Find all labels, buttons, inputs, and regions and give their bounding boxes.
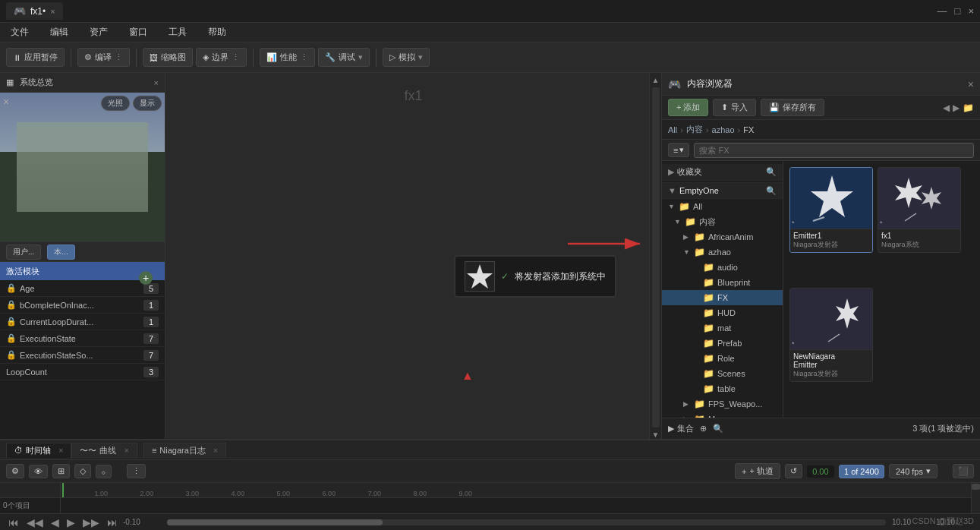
tree-role[interactable]: 📁 Role — [662, 351, 783, 366]
viewport-close[interactable]: × — [3, 96, 9, 108]
nav-last-btn[interactable]: ⏭ — [105, 516, 120, 528]
tl-marker-btn[interactable]: ⬦ — [96, 465, 112, 478]
asset-grid[interactable]: * Emitter1 Niagara发射器 — [783, 161, 980, 418]
add-collection-btn[interactable]: ⊕ — [700, 424, 707, 434]
add-track-btn[interactable]: + + 轨道 — [735, 463, 780, 479]
row-value-bcomplete[interactable]: 1 — [143, 300, 159, 311]
menu-help[interactable]: 帮助 — [203, 24, 231, 40]
tree-africananim[interactable]: ▶ 📁 AfricanAnim — [662, 229, 783, 244]
tree-hud[interactable]: 📁 HUD — [662, 305, 783, 320]
tree-fx[interactable]: 📁 FX — [662, 290, 783, 305]
sep-3: › — [738, 125, 741, 134]
minimize-btn[interactable]: — — [937, 5, 947, 17]
nav-prev-prev-btn[interactable]: ◀◀ — [24, 516, 46, 528]
tab-local[interactable]: 本... — [47, 244, 74, 260]
tl-export-btn[interactable]: ⬛ — [953, 464, 974, 478]
nav-next-btn[interactable]: ▶▶ — [80, 516, 102, 528]
tree-azhao[interactable]: ▼ 📁 azhao — [662, 244, 783, 260]
menu-asset[interactable]: 资产 — [85, 24, 112, 40]
tl-more-btn[interactable]: ⋮ — [127, 464, 146, 478]
nav-first-btn[interactable]: ⏮ — [6, 516, 21, 528]
nav-play-btn[interactable]: ▶ — [65, 516, 77, 528]
tree-all[interactable]: ▼ 📁 All — [662, 199, 783, 214]
app-tab[interactable]: 🎮 fx1• × — [6, 2, 63, 20]
timeline-scrollbar-v[interactable] — [971, 483, 980, 513]
collection-toggle[interactable]: ▶ 集合 — [668, 423, 694, 434]
sim-btn[interactable]: ▷ 模拟 ▾ — [383, 48, 430, 67]
niagara-log-tab-close[interactable]: × — [213, 446, 218, 455]
tab-curves[interactable]: 〜〜 曲线 × — [71, 443, 137, 458]
tl-loop-btn[interactable]: ↺ — [785, 464, 802, 478]
filter-btn[interactable]: ≡ ▾ — [668, 143, 689, 157]
tree-table[interactable]: 📁 table — [662, 381, 783, 396]
pause-btn[interactable]: ⏸ 应用暂停 — [6, 48, 65, 67]
row-value-currentloop[interactable]: 1 — [143, 317, 159, 327]
curves-tab-close[interactable]: × — [124, 446, 128, 455]
system-overview-close[interactable]: × — [154, 78, 159, 87]
close-btn[interactable]: × — [968, 5, 974, 17]
breadcrumb-all[interactable]: All — [668, 125, 677, 134]
tree-blueprint[interactable]: 📁 Blueprint — [662, 275, 783, 290]
search-collection-btn[interactable]: 🔍 — [713, 424, 723, 434]
tl-eye-btn[interactable]: 👁 — [29, 465, 48, 478]
tree-prefab[interactable]: 📁 Prefab — [662, 336, 783, 351]
fps-selector[interactable]: 240 fps ▾ — [889, 464, 937, 478]
tab-niagara-log[interactable]: ≡ Niagara日志 × — [143, 443, 226, 458]
tl-settings-btn[interactable]: ⚙ — [6, 464, 24, 478]
asset-newniagara[interactable]: * NewNiagaraEmitter Niagara发射器 — [789, 288, 873, 382]
tree-audio[interactable]: 📁 audio — [662, 260, 783, 275]
tree-megascans[interactable]: ▶ 📁 Megascans — [662, 412, 783, 418]
debug-btn[interactable]: 🔧 调试 ▾ — [318, 48, 370, 67]
tl-snap-btn[interactable]: ⊞ — [52, 464, 70, 478]
breadcrumb-azhao[interactable]: azhao — [712, 125, 735, 134]
canvas-scrollbar-v[interactable]: ▲ ▼ — [649, 73, 661, 439]
tree-scenes[interactable]: 📁 Scenes — [662, 366, 783, 381]
favorites-header[interactable]: ▶ 收藏夹 🔍 — [662, 164, 783, 181]
menu-window[interactable]: 窗口 — [124, 24, 152, 40]
frame-display[interactable]: 1 of 2400 — [839, 465, 884, 478]
tl-key-btn[interactable]: ◇ — [74, 464, 91, 478]
folder-tree[interactable]: ▶ 收藏夹 🔍 ▼ EmptyOne 🔍 ▼ 📁 All ▼ 📁 — [662, 161, 783, 418]
nav-prev-btn[interactable]: ◀ — [49, 516, 61, 528]
add-module-btn[interactable]: + — [139, 271, 153, 285]
project-search-icon[interactable]: 🔍 — [766, 186, 777, 196]
canvas-area[interactable]: fx1 ✓ 将发射器添加到系统中 — [165, 73, 661, 439]
timeline-scrollbar-h[interactable] — [167, 519, 886, 525]
timeline-tab-close[interactable]: × — [58, 446, 63, 455]
scroll-up-btn[interactable]: ▲ — [652, 76, 660, 84]
asset-emitter1[interactable]: * Emitter1 Niagara发射器 — [789, 167, 873, 253]
menu-edit[interactable]: 编辑 — [46, 24, 73, 40]
maximize-btn[interactable]: □ — [955, 5, 961, 17]
tab-timeline[interactable]: ⏱ 时间轴 × — [6, 443, 71, 458]
asset-fx1[interactable]: * fx1 Niagara系统 — [878, 167, 961, 253]
import-btn[interactable]: ⬆ 导入 — [713, 99, 756, 116]
save-all-btn[interactable]: 💾 保存所有 — [761, 99, 824, 116]
project-header[interactable]: ▼ EmptyOne 🔍 — [662, 182, 783, 199]
bounds-btn[interactable]: ◈ 边界 ⋮ — [196, 48, 247, 67]
favorites-search-icon[interactable]: 🔍 — [766, 167, 777, 177]
row-value-loopcount[interactable]: 3 — [143, 367, 159, 377]
search-input[interactable] — [694, 143, 974, 158]
content-browser-close[interactable]: × — [968, 78, 974, 90]
row-value-execstatesrc[interactable]: 7 — [143, 350, 159, 361]
tree-fps[interactable]: ▶ 📁 FPS_Weapo... — [662, 396, 783, 412]
show-btn[interactable]: 显示 — [133, 96, 162, 111]
tree-mat[interactable]: 📁 mat — [662, 320, 783, 336]
menu-file[interactable]: 文件 — [6, 24, 33, 40]
tab-close-btn[interactable]: × — [50, 7, 55, 16]
nav-back-btn[interactable]: ◀ — [943, 103, 950, 113]
light-btn[interactable]: 光照 — [101, 96, 130, 111]
nav-fwd-btn[interactable]: ▶ — [953, 103, 960, 113]
scroll-down-btn[interactable]: ▼ — [652, 431, 660, 439]
nav-folder-btn[interactable]: 📁 — [963, 103, 974, 113]
thumbnail-btn[interactable]: 🖼 缩略图 — [143, 48, 193, 67]
perf-btn[interactable]: 📊 性能 ⋮ — [260, 48, 315, 67]
tab-user[interactable]: 用户... — [6, 244, 41, 260]
breadcrumb-content[interactable]: 内容 — [686, 124, 703, 135]
row-value-execstate[interactable]: 7 — [143, 333, 159, 344]
menu-tools[interactable]: 工具 — [164, 24, 191, 40]
add-asset-btn[interactable]: + 添加 — [668, 99, 708, 116]
compile-btn[interactable]: ⚙ 编译 ⋮ — [77, 48, 130, 67]
breadcrumb-fx[interactable]: FX — [743, 125, 754, 134]
tree-content[interactable]: ▼ 📁 内容 — [662, 214, 783, 229]
